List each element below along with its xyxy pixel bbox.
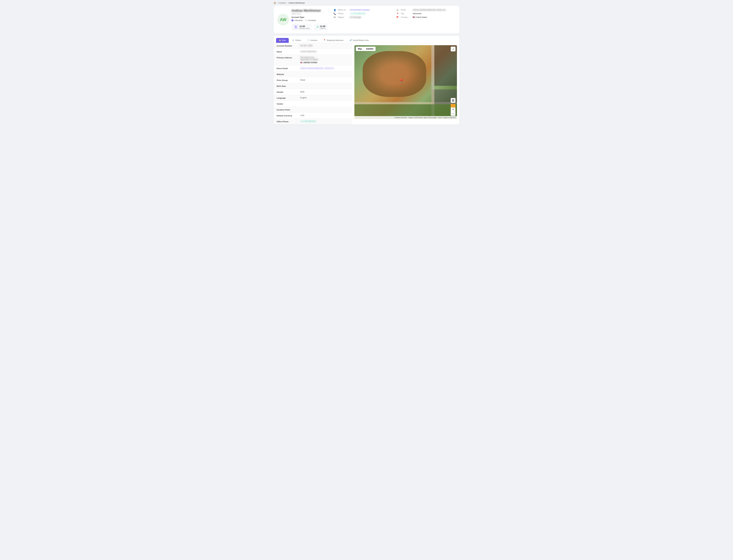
detail-email: @ Email andrea.werkheiser@acuity-charity… bbox=[397, 9, 456, 11]
tabs-nav: 🏠 Main 🛒 Orders 📄 Invoices 📍 Shipping Ad… bbox=[274, 36, 459, 43]
main-content: Account Number BC-MC-17864 Name Andrea W… bbox=[274, 43, 459, 124]
field-currency-label: Default Currency bbox=[277, 114, 300, 117]
region-icon: 🗺 bbox=[333, 16, 336, 19]
us-flag-emoji: 🇺🇸 bbox=[413, 16, 416, 18]
account-type-options: Individual Company bbox=[291, 19, 327, 21]
stat-lifetime: ↗ 12.99 Lifetime bbox=[314, 23, 327, 31]
account-type-individual-label: Individual bbox=[294, 19, 302, 21]
lifetime-value: 12.99 bbox=[320, 25, 325, 27]
field-email-value[interactable]: andrea.werkheiser@acuity- charity.com bbox=[300, 67, 349, 69]
breadcrumb-contacts-link[interactable]: Contacts bbox=[278, 2, 286, 4]
field-gender: Gender Male bbox=[274, 89, 352, 95]
contact-name: Andrea Werkheiser bbox=[291, 9, 327, 13]
satellite-tab[interactable]: Satellite bbox=[364, 47, 376, 51]
contact-avatar-section: AW Andrea Werkheiser #0001-1001 Account … bbox=[277, 9, 327, 31]
orders-tab-label: Orders bbox=[295, 39, 301, 41]
email-value: andrea.werkheiser@acuity-charity.com bbox=[413, 9, 446, 11]
field-vendor: Vendor bbox=[274, 101, 352, 107]
map-zoom-out-button[interactable]: − bbox=[451, 112, 456, 116]
invoices-tab-label: Invoices bbox=[310, 39, 317, 41]
field-language-label: Language bbox=[277, 97, 300, 99]
field-direct-email: Direct Email andrea.werkheiser@acuity- c… bbox=[274, 65, 352, 71]
map-pin: 📍 bbox=[399, 79, 404, 84]
map-section: 📍 Map Satellite ⤢ 🚶 + bbox=[352, 43, 459, 124]
map-keyboard-shortcuts[interactable]: Keyboard shortcuts bbox=[395, 117, 407, 118]
fields-section: Account Number BC-MC-17864 Name Andrea W… bbox=[274, 43, 352, 124]
tab-main[interactable]: 🏠 Main bbox=[276, 38, 289, 43]
region-value: GA (Georgia) bbox=[350, 16, 361, 18]
home-icon[interactable]: 🏠 bbox=[274, 2, 276, 4]
address-us-flag: 🇺🇸 bbox=[300, 62, 302, 64]
contact-details-grid: 👤 Works at Connect/Add Company @ Email a… bbox=[333, 9, 456, 19]
email-icon: @ bbox=[397, 9, 399, 11]
country-label: Country bbox=[401, 16, 411, 18]
field-website-label: Website bbox=[277, 73, 300, 75]
map-tab[interactable]: Map bbox=[356, 47, 364, 51]
monthly-sales-label: Monthly Sales bbox=[299, 27, 309, 29]
field-office-phone-label: Office Phone bbox=[277, 120, 300, 123]
field-office-phone-value: +1 (770) 555-0147 bbox=[300, 120, 349, 122]
shipping-tab-icon: 📍 bbox=[323, 39, 326, 41]
field-name-label: Name bbox=[277, 50, 300, 53]
field-gender-label: Gender bbox=[277, 91, 300, 93]
main-tab-label: Main bbox=[282, 39, 286, 41]
field-birth-date: Birth Date bbox=[274, 83, 352, 89]
account-type-company-label: Company bbox=[308, 19, 316, 21]
radio-individual bbox=[291, 19, 293, 21]
orders-tab-icon: 🛒 bbox=[292, 39, 294, 41]
field-name-value: Andrea Werkheiser bbox=[300, 50, 349, 53]
tab-orders[interactable]: 🛒 Orders bbox=[289, 38, 304, 43]
detail-phone: 📞 Phone +1 (770) 555-0147 bbox=[333, 12, 393, 15]
field-price-group: Price Group Retail bbox=[274, 77, 352, 83]
field-website: Website bbox=[274, 71, 352, 77]
email-label: Email bbox=[401, 9, 411, 11]
account-type-individual[interactable]: Individual bbox=[291, 19, 302, 21]
map-container: 📍 Map Satellite ⤢ 🚶 + bbox=[354, 45, 457, 119]
breadcrumb-current: Andrea Werkheiser bbox=[288, 2, 305, 4]
detail-city: 📍 City Alpharetta bbox=[397, 12, 456, 15]
tab-invoices[interactable]: 📄 Invoices bbox=[304, 38, 320, 43]
field-office-phone: Office Phone +1 (770) 555-0147 bbox=[274, 119, 352, 124]
field-language-value: English bbox=[300, 97, 349, 99]
tab-social[interactable]: 🔗 Social Media Links bbox=[347, 38, 372, 43]
map-grid-button[interactable] bbox=[451, 98, 456, 103]
account-type-company[interactable]: Company bbox=[305, 19, 316, 21]
map-terms-link[interactable]: Terms bbox=[438, 117, 442, 118]
field-price-group-label: Price Group bbox=[277, 79, 300, 81]
city-icon: 📍 bbox=[397, 13, 399, 15]
lifetime-label: Lifetime bbox=[320, 27, 325, 29]
phone-value: +1 (770) 555-0147 bbox=[350, 12, 365, 15]
social-tab-icon: 🔗 bbox=[349, 39, 352, 41]
svg-rect-3 bbox=[453, 101, 454, 101]
works-at-value[interactable]: Connect/Add Company bbox=[350, 9, 370, 11]
detail-works-at: 👤 Works at Connect/Add Company bbox=[333, 9, 393, 11]
address-country-text: UNITED STATES bbox=[303, 62, 317, 64]
map-zoom-in-button[interactable]: + bbox=[451, 108, 456, 112]
stat-monthly-content: 12.99 Monthly Sales bbox=[299, 25, 309, 29]
works-at-label: Works at bbox=[338, 9, 348, 11]
field-incoterm-point: Incoterm Point bbox=[274, 107, 352, 113]
breadcrumb: 🏠 › Contacts › Andrea Werkheiser bbox=[274, 2, 459, 4]
svg-rect-0 bbox=[452, 99, 453, 100]
field-address-label: Primary Address bbox=[277, 56, 300, 59]
contact-info: Andrea Werkheiser #0001-1001 Account Typ… bbox=[291, 9, 327, 31]
country-icon: 🚩 bbox=[397, 16, 399, 19]
breadcrumb-separator-2: › bbox=[287, 2, 287, 4]
trend-icon: ↗ bbox=[316, 25, 318, 29]
radio-company bbox=[305, 19, 307, 21]
map-imagery-credit: Imagery ©2024 Airbus, Maxar Technologies bbox=[408, 117, 437, 118]
map-fullscreen-button[interactable]: ⤢ bbox=[451, 47, 456, 51]
tab-shipping[interactable]: 📍 Shipping Addresses bbox=[321, 38, 346, 43]
field-account-number-value: BC-MC-17864 bbox=[300, 44, 349, 47]
country-value: 🇺🇸 United States bbox=[413, 16, 427, 18]
field-birth-date-label: Birth Date bbox=[277, 85, 300, 87]
map-footer: Keyboard shortcuts Imagery ©2024 Airbus,… bbox=[354, 116, 457, 119]
map-report-link[interactable]: Report a map error bbox=[443, 117, 456, 118]
field-primary-address: Primary Address 562 Atlanta HwyAlpharett… bbox=[274, 55, 352, 65]
monthly-sales-value: 12.99 bbox=[299, 25, 309, 27]
stat-monthly-sales: $ 12.99 Monthly Sales bbox=[291, 23, 312, 31]
phone-icon: 📞 bbox=[333, 13, 336, 15]
field-vendor-label: Vendor bbox=[277, 102, 300, 105]
map-view-toggle: Map Satellite bbox=[356, 47, 376, 51]
field-name: Name Andrea Werkheiser bbox=[274, 49, 352, 55]
